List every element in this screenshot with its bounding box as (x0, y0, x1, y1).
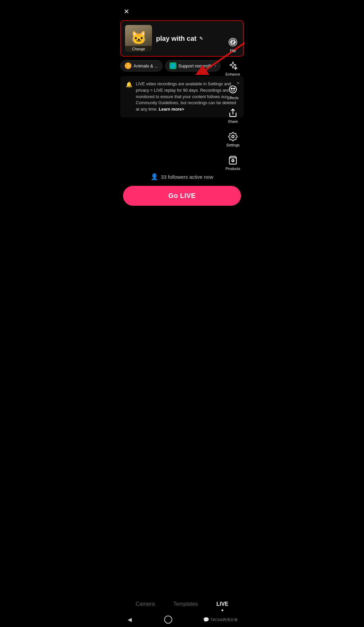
flip-label: Flip (230, 49, 236, 53)
svg-point-8 (232, 136, 234, 138)
settings-label: Settings (226, 143, 240, 147)
svg-point-4 (230, 86, 237, 93)
share-icon (228, 108, 238, 118)
top-bar: ✕ (116, 0, 248, 18)
effects-icon (228, 84, 238, 94)
bell-icon: 🔔 (126, 81, 132, 88)
person-icon: 👤 (151, 173, 158, 180)
sidebar-item-enhance[interactable]: Enhance (221, 57, 245, 80)
thumbnail-container[interactable]: Change (125, 25, 152, 52)
right-sidebar: Flip Enhance Effects (221, 34, 248, 174)
share-label: Share (228, 119, 238, 123)
nonprofit-icon: 🌐 (170, 62, 176, 69)
edit-icon[interactable]: ✎ (199, 36, 203, 41)
followers-row: 👤 33 followers active now (123, 173, 241, 180)
sidebar-item-share[interactable]: Share (221, 105, 245, 127)
settings-icon (228, 132, 238, 142)
main-screen: ✕ Change play with cat ✎ (116, 0, 248, 226)
svg-point-6 (234, 88, 235, 89)
bottom-section: 👤 33 followers active now Go LIVE (116, 173, 248, 226)
products-label: Products (225, 167, 240, 171)
nonprofit-label: Support nonprofit (178, 63, 212, 68)
flip-icon (228, 37, 238, 47)
sidebar-item-flip[interactable]: Flip (221, 34, 245, 56)
animals-tag[interactable]: + Animals & ... (120, 60, 162, 72)
learn-more-link[interactable]: Learn more> (159, 107, 184, 112)
sidebar-item-settings[interactable]: Settings (221, 128, 245, 150)
sidebar-item-effects[interactable]: Effects (221, 81, 245, 103)
followers-text: 33 followers active now (161, 174, 213, 180)
svg-point-5 (231, 88, 233, 89)
effects-label: Effects (227, 96, 238, 100)
animals-icon: + (125, 62, 131, 69)
products-icon (228, 155, 238, 165)
thumbnail-change-label[interactable]: Change (125, 46, 152, 52)
nonprofit-tag[interactable]: 🌐 Support nonprofit › (165, 60, 220, 72)
animals-label: Animals & ... (133, 63, 158, 68)
sidebar-item-products[interactable]: Products (221, 152, 245, 174)
enhance-label: Enhance (225, 72, 240, 76)
nonprofit-chevron: › (215, 63, 216, 68)
close-button[interactable]: ✕ (120, 5, 132, 18)
go-live-button[interactable]: Go LIVE (123, 186, 241, 206)
enhance-icon (228, 61, 238, 71)
